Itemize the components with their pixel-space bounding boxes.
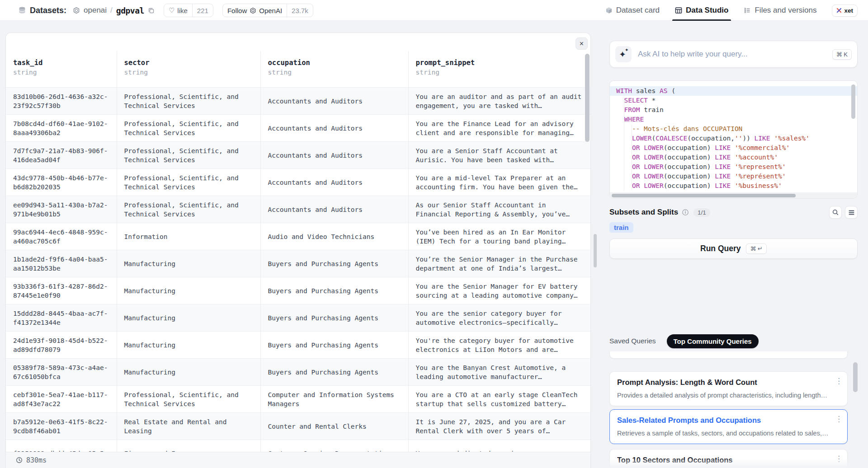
cell-occupation: Buyers and Purchasing Agents bbox=[260, 250, 408, 277]
community-query-list: Filters and retrieves records related to… bbox=[609, 351, 858, 468]
cell-occupation: Accountants and Auditors bbox=[260, 142, 408, 169]
panel-resize-handle[interactable] bbox=[594, 234, 597, 267]
list-view-button[interactable] bbox=[845, 206, 858, 219]
table-row[interactable]: 99ac6944-4ec6-4848-959c-a460ac705c6fInfo… bbox=[6, 223, 590, 250]
tab-dataset-card[interactable]: Dataset card bbox=[605, 0, 660, 21]
sql-code-line: SELECT * bbox=[610, 96, 857, 105]
ai-shortcut-badge: ⌘ K bbox=[832, 49, 852, 60]
sql-code-line: WITH sales AS ( bbox=[610, 86, 857, 96]
table-row[interactable]: cebf301e-5ea7-41ae-b117-ad8f43e7ac22Prof… bbox=[6, 386, 590, 413]
like-label: like bbox=[177, 7, 188, 14]
table-row[interactable]: ee09d943-5a11-430a-b7a2-971b4e9b01b5Prof… bbox=[6, 196, 590, 223]
cell-occupation: Accountants and Auditors bbox=[260, 169, 408, 196]
table-row[interactable]: 7b08cd4d-df60-41ae-9102-8aaa49306ba2Prof… bbox=[6, 115, 590, 142]
sparkles-icon: ✦ ✦ bbox=[615, 46, 632, 62]
sql-horizontal-scrollbar-track[interactable] bbox=[610, 192, 857, 198]
cell-prompt_snippet: You are the Senior Manager for EV batter… bbox=[408, 277, 590, 304]
cell-prompt_snippet: You are the Banyan Crest Automotive, a l… bbox=[408, 359, 590, 386]
info-icon[interactable] bbox=[682, 209, 689, 216]
tab-saved-queries[interactable]: Saved Queries bbox=[609, 337, 656, 345]
dataset-name-link[interactable]: gdpval bbox=[116, 6, 144, 15]
cell-task_id: 24d1e93f-9018-45d4-b522-ad89dfd78079 bbox=[6, 332, 117, 359]
sql-vertical-scrollbar[interactable] bbox=[851, 84, 855, 119]
cell-sector: Professional, Scientific, and Technical … bbox=[117, 115, 260, 142]
tab-data-studio[interactable]: Data Studio bbox=[675, 0, 728, 21]
table-row[interactable]: 83d10b06-26d1-4636-a32c-23f92c57f30bProf… bbox=[6, 88, 590, 115]
indent-guide bbox=[624, 96, 624, 190]
follow-button[interactable]: Follow OpenAI bbox=[223, 4, 287, 17]
table-row[interactable]: 93b336f3-61f3-4287-86d2-87445e1e0f90Manu… bbox=[6, 277, 590, 304]
breadcrumb-separator: / bbox=[110, 6, 113, 15]
kebab-menu-icon[interactable]: ⋮ bbox=[835, 377, 843, 385]
cell-sector: Manufacturing bbox=[117, 250, 260, 277]
sql-code-line: OR LOWER(occupation) LIKE '%business%' bbox=[610, 181, 857, 191]
cell-prompt_snippet: As our Senior Staff Accountant in Financ… bbox=[408, 196, 590, 223]
sql-code-line: OR LOWER(occupation) LIKE '%account%' bbox=[610, 153, 857, 162]
org-link[interactable]: openai bbox=[84, 6, 107, 15]
ask-ai-input[interactable]: ✦ ✦ Ask AI to help write your query... ⌘… bbox=[609, 41, 858, 68]
cell-sector: Manufacturing bbox=[117, 304, 260, 332]
column-header-task-id[interactable]: task_id string bbox=[6, 51, 117, 88]
results-table: task_id string sector string occupation … bbox=[6, 51, 590, 467]
query-card[interactable]: Top 10 Sectors and Occupations Identifie… bbox=[609, 449, 848, 468]
cell-occupation: Accountants and Auditors bbox=[260, 196, 408, 223]
rows-icon bbox=[849, 210, 854, 215]
cell-prompt_snippet: You are an auditor and as part of an aud… bbox=[408, 88, 590, 115]
list-vertical-scrollbar[interactable] bbox=[853, 362, 858, 392]
query-card-selected[interactable]: Sales-Related Prompts and Occupations Re… bbox=[609, 409, 848, 444]
sql-horizontal-scrollbar-thumb[interactable] bbox=[612, 194, 796, 197]
cell-occupation: Buyers and Purchasing Agents bbox=[260, 304, 408, 332]
tab-files-and-versions[interactable]: Files and versions bbox=[744, 0, 816, 21]
cell-task_id: 83d10b06-26d1-4636-a32c-23f92c57f30b bbox=[6, 88, 117, 115]
cell-prompt_snippet: You are a Senior Staff Accountant at Aur… bbox=[408, 142, 590, 169]
copy-icon[interactable] bbox=[148, 7, 155, 14]
top-header: Datasets: openai / gdpval ♡ like 221 Fol… bbox=[0, 0, 868, 21]
sql-code[interactable]: WITH sales AS ( SELECT * FROM train WHER… bbox=[610, 86, 857, 191]
run-query-button[interactable]: Run Query ⌘ ↵ bbox=[609, 239, 858, 259]
table-row[interactable]: 15ddd28d-8445-4baa-ac7f-f41372e1344eManu… bbox=[6, 304, 590, 332]
table-row[interactable]: 05389f78-589a-473c-a4ae-67c61050bfcaManu… bbox=[6, 359, 590, 386]
sql-code-line: -- Mots-clés dans OCCUPATION bbox=[610, 124, 857, 134]
query-card[interactable]: Filters and retrieves records related to… bbox=[609, 351, 848, 359]
xet-badge[interactable]: xet bbox=[832, 5, 858, 17]
ask-ai-placeholder: Ask AI to help write your query... bbox=[638, 50, 826, 59]
table-vertical-scrollbar[interactable] bbox=[585, 54, 590, 142]
query-card[interactable]: Prompt Analysis: Length & Word Count Pro… bbox=[609, 371, 848, 406]
table-row[interactable]: 43dc9778-450b-4b46-b77e-b6d82b202035Prof… bbox=[6, 169, 590, 196]
search-splits-button[interactable] bbox=[829, 206, 842, 219]
tab-top-community-queries[interactable]: Top Community Queries bbox=[667, 334, 759, 348]
cell-task_id: 7b08cd4d-df60-41ae-9102-8aaa49306ba2 bbox=[6, 115, 117, 142]
sql-code-line: LOWER(COALESCE(occupation,'')) LIKE '%sa… bbox=[610, 134, 857, 143]
kebab-menu-icon[interactable]: ⋮ bbox=[835, 415, 843, 423]
cell-task_id: cebf301e-5ea7-41ae-b117-ad8f43e7ac22 bbox=[6, 386, 117, 413]
like-count[interactable]: 221 bbox=[192, 4, 213, 17]
query-library-tabs: Saved Queries Top Community Queries bbox=[609, 333, 858, 349]
sql-editor[interactable]: WITH sales AS ( SELECT * FROM train WHER… bbox=[609, 80, 858, 199]
results-table-card: × task_id string sector string occupatio… bbox=[5, 33, 591, 468]
column-header-sector[interactable]: sector string bbox=[117, 51, 260, 88]
follower-count[interactable]: 23.7k bbox=[287, 4, 313, 17]
close-button[interactable]: × bbox=[576, 37, 588, 50]
cell-sector: Professional, Scientific, and Technical … bbox=[117, 88, 260, 115]
kebab-menu-icon[interactable]: ⋮ bbox=[835, 455, 843, 463]
openai-logo-icon bbox=[250, 7, 256, 14]
tab-label: Data Studio bbox=[686, 6, 728, 15]
table-row[interactable]: b7a5912e-0e63-41f5-8c22-9cdb8f46ab01Real… bbox=[6, 413, 590, 440]
search-icon bbox=[832, 209, 839, 215]
table-row[interactable]: 24d1e93f-9018-45d4-b522-ad89dfd78079Manu… bbox=[6, 332, 590, 359]
results-table-wrap: task_id string sector string occupation … bbox=[6, 51, 590, 467]
column-header-occupation[interactable]: occupation string bbox=[260, 51, 408, 88]
table-row[interactable]: 7d7fc9a7-21a7-4b83-906f-416dea5ad04fProf… bbox=[6, 142, 590, 169]
follow-org-label: OpenAI bbox=[259, 7, 282, 14]
subsets-and-splits-row: Subsets and Splits 1/1 bbox=[609, 206, 858, 219]
xet-label: xet bbox=[844, 7, 853, 14]
cell-sector: Real Estate and Rental and Leasing bbox=[117, 413, 260, 440]
like-button[interactable]: ♡ like bbox=[164, 4, 192, 17]
table-row[interactable]: 1b1ade2d-f9f6-4a04-baa5-aa15012b53beManu… bbox=[6, 250, 590, 277]
clock-icon bbox=[16, 457, 23, 463]
cell-occupation: Buyers and Purchasing Agents bbox=[260, 359, 408, 386]
sql-code-line: OR LOWER(occupation) LIKE '%represent%' bbox=[610, 162, 857, 172]
column-header-prompt-snippet[interactable]: prompt_snippet string bbox=[408, 51, 590, 88]
split-badge-train[interactable]: train bbox=[609, 222, 633, 233]
query-duration-footer: 830ms bbox=[6, 452, 590, 468]
